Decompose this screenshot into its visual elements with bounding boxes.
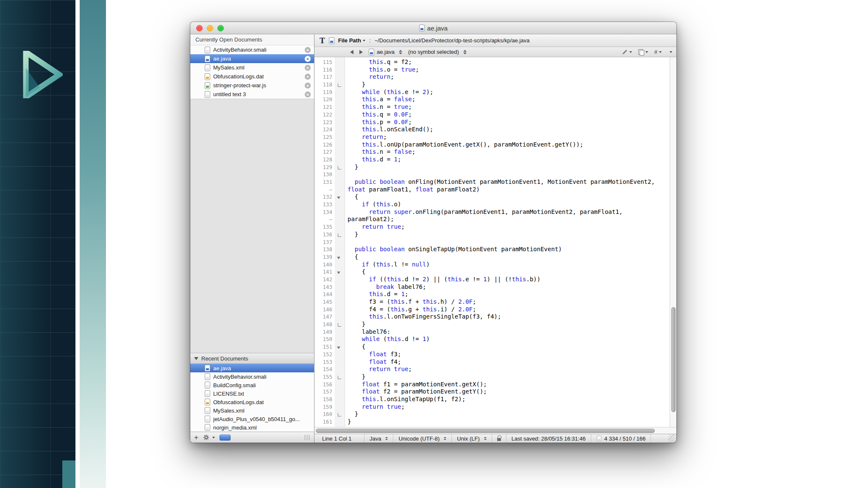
document-list-item[interactable]: ae.java xyxy=(190,54,314,63)
recent-documents-header[interactable]: Recent Documents xyxy=(190,353,314,364)
zoom-window-button[interactable] xyxy=(217,25,224,31)
pencil-tool-button[interactable] xyxy=(622,49,632,55)
java-file-icon xyxy=(205,365,210,372)
code-text: float f1 = paramMotionEvent.getX(); xyxy=(345,381,487,388)
close-document-icon[interactable] xyxy=(305,65,311,71)
counts-text: 4 334 / 510 / 166 xyxy=(604,435,646,442)
fold-end-icon[interactable] xyxy=(335,321,345,328)
vertical-scrollbar-thumb[interactable] xyxy=(671,307,676,412)
code-line: 131 public boolean onFling(MotionEvent p… xyxy=(314,178,670,186)
document-list-item[interactable]: ActivityBehavior.smali xyxy=(190,45,314,54)
language-popup[interactable]: Java xyxy=(364,434,393,443)
close-document-icon[interactable] xyxy=(305,83,311,89)
code-text: this.l.onSingleTapUp(f1, f2); xyxy=(345,396,465,403)
documents-stack-button[interactable] xyxy=(638,49,648,55)
minimize-window-button[interactable] xyxy=(207,25,213,31)
code-editor[interactable]: 115 this.q = f2;116 this.o = true;117 re… xyxy=(314,57,670,427)
document-list-item[interactable]: ActivityBehavior.smali xyxy=(190,372,314,381)
horizontal-scrollbar[interactable] xyxy=(314,427,676,434)
document-list-item[interactable]: norgin_media.xml xyxy=(190,423,314,432)
fold-open-icon[interactable] xyxy=(335,193,345,201)
disclosure-triangle-icon[interactable] xyxy=(194,357,198,360)
fold-end-icon[interactable] xyxy=(335,81,345,89)
code-line: –paramFloat2); xyxy=(314,216,670,223)
encoding-popup[interactable]: Unicode (UTF-8) xyxy=(393,434,452,443)
line-number: 148 xyxy=(314,321,335,328)
code-text: this.n = true; xyxy=(345,103,412,111)
fold-end-icon[interactable] xyxy=(335,410,345,418)
file-path-popup[interactable]: File Path xyxy=(338,37,365,44)
code-text: } xyxy=(345,418,351,426)
code-line: 118 } xyxy=(314,81,670,89)
back-button[interactable] xyxy=(350,50,353,54)
line-number: 147 xyxy=(314,313,335,321)
symbol-popup[interactable]: (no symbol selected) xyxy=(408,49,467,55)
code-line: 156 float f1 = paramMotionEvent.getX(); xyxy=(314,381,670,388)
editor-main-area: File Path : ~/Documents/Licel/DexProtect… xyxy=(314,34,676,443)
document-list-item[interactable]: ObfuscationLogs.dat xyxy=(190,398,314,406)
cursor-position: Line 1 Col 1 xyxy=(314,434,364,443)
dat-file-icon xyxy=(205,399,210,405)
fold-open-icon[interactable] xyxy=(335,253,345,261)
close-document-icon[interactable] xyxy=(305,92,311,97)
language-label: Java xyxy=(370,435,381,442)
gear-icon xyxy=(203,434,209,441)
java-file-icon xyxy=(329,37,334,44)
actions-gear-button[interactable] xyxy=(203,434,215,441)
vertical-scrollbar[interactable] xyxy=(670,57,676,427)
document-name: MySales.xml xyxy=(213,64,245,71)
document-name: ae.java xyxy=(213,55,231,62)
forward-button[interactable] xyxy=(359,50,363,54)
document-list-item[interactable]: BuildConfig.smali xyxy=(190,381,314,389)
hash-marker-button[interactable]: # xyxy=(654,49,662,55)
fold-end-icon[interactable] xyxy=(335,164,345,171)
document-list-item[interactable]: ObfuscationLogs.dat xyxy=(190,72,314,81)
add-document-button[interactable] xyxy=(194,434,198,441)
code-line: 137 xyxy=(314,238,670,246)
document-list-item[interactable]: MySales.xml xyxy=(190,406,314,415)
fold-gutter-cell xyxy=(335,351,345,358)
document-counts[interactable]: 4 334 / 510 / 166 xyxy=(591,434,651,443)
fold-open-icon[interactable] xyxy=(335,268,345,276)
toolbar-overflow-icon[interactable] xyxy=(670,51,672,53)
document-list-item[interactable]: jetAudio_Plus_v0540_b50411_go... xyxy=(190,415,314,423)
document-name: ActivityBehavior.smali xyxy=(213,374,267,380)
fold-end-icon[interactable] xyxy=(335,231,345,238)
documents-drawer-toggle[interactable] xyxy=(220,435,231,441)
document-list-item[interactable]: LICENSE.txt xyxy=(190,389,314,398)
code-text: return super.onFling(paramMotionEvent1, … xyxy=(345,208,623,216)
horizontal-scrollbar-thumb[interactable] xyxy=(316,429,655,433)
code-text: this.o = true; xyxy=(345,66,419,74)
code-line: 158 this.l.onSingleTapUp(f1, f2); xyxy=(314,396,670,403)
line-endings-popup[interactable]: Unix (LF) xyxy=(452,434,492,443)
lock-toggle[interactable] xyxy=(492,434,506,443)
text-document-icon[interactable] xyxy=(320,36,325,45)
code-text: public boolean onSingleTapUp(MotionEvent… xyxy=(345,246,562,253)
code-line: 117 return; xyxy=(314,73,670,81)
document-list-item[interactable]: ae.java xyxy=(190,364,314,372)
doc-file-icon xyxy=(205,424,210,431)
fold-end-icon[interactable] xyxy=(335,373,345,381)
code-text: return true; xyxy=(345,366,412,373)
code-text: } xyxy=(345,231,358,238)
line-number: 135 xyxy=(314,223,335,231)
line-number: 119 xyxy=(314,89,335,96)
close-document-icon[interactable] xyxy=(305,74,311,80)
file-path-text: ~/Documents/Licel/DexProtector/dp-test-s… xyxy=(375,37,530,44)
close-document-icon[interactable] xyxy=(305,56,311,62)
resize-grip[interactable] xyxy=(668,434,676,443)
document-list-item[interactable]: stringer-protect-war.js xyxy=(190,81,314,90)
document-list-item[interactable]: MySales.xml xyxy=(190,63,314,72)
document-list-item[interactable]: untitled text 3 xyxy=(190,90,314,99)
code-text: this.l.onUp(paramMotionEvent.getX(), par… xyxy=(345,141,583,149)
code-text: while (this.e != 2); xyxy=(345,89,433,96)
document-popup[interactable]: ae.java xyxy=(369,49,402,55)
sidebar-resize-handle-icon[interactable] xyxy=(305,435,310,440)
window-titlebar[interactable]: ae.java xyxy=(190,22,676,34)
close-window-button[interactable] xyxy=(196,25,203,31)
hash-label: # xyxy=(654,49,657,55)
fold-open-icon[interactable] xyxy=(335,343,345,351)
fold-gutter-cell xyxy=(335,201,345,208)
close-document-icon[interactable] xyxy=(305,47,311,53)
line-number: – xyxy=(314,186,335,194)
